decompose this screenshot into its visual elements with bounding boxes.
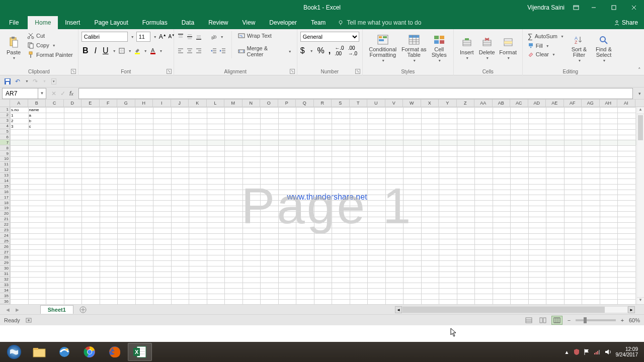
new-sheet-button[interactable]: [77, 305, 89, 314]
excel-taskbar-icon[interactable]: X: [128, 343, 152, 361]
align-right-icon[interactable]: [195, 47, 202, 54]
column-header-N[interactable]: N: [243, 100, 261, 107]
redo-dd[interactable]: ▼: [43, 79, 46, 83]
hscroll-right[interactable]: ►: [628, 306, 635, 313]
paste-button[interactable]: Paste▼: [3, 31, 24, 64]
row-header-7[interactable]: 7: [0, 140, 10, 145]
column-header-U[interactable]: U: [367, 100, 385, 107]
ribbon-display-options-icon[interactable]: [569, 0, 584, 15]
column-header-K[interactable]: K: [189, 100, 207, 107]
bold-button[interactable]: B: [82, 46, 90, 55]
zoom-slider[interactable]: [576, 319, 616, 321]
column-header-G[interactable]: G: [117, 100, 135, 107]
tab-review[interactable]: Review: [201, 16, 235, 29]
hscroll-left[interactable]: ◄: [395, 306, 402, 313]
delete-button[interactable]: Delete▼: [477, 31, 497, 64]
normal-view-button[interactable]: [523, 316, 534, 325]
select-all-cells[interactable]: [0, 100, 10, 107]
row-header-29[interactable]: 29: [0, 260, 10, 266]
column-header-AE[interactable]: AE: [546, 100, 564, 107]
tray-expand-icon[interactable]: ▲: [565, 349, 570, 355]
align-top-icon[interactable]: [177, 33, 184, 40]
column-header-D[interactable]: D: [64, 100, 82, 107]
currency-button[interactable]: $: [300, 46, 305, 55]
tray-flag-icon[interactable]: [584, 348, 590, 355]
enter-formula-icon[interactable]: ✓: [60, 90, 65, 97]
column-header-L[interactable]: L: [207, 100, 225, 107]
cell-B2[interactable]: a: [29, 113, 31, 118]
increase-font-icon[interactable]: A▲: [159, 33, 167, 40]
column-header-Y[interactable]: Y: [439, 100, 457, 107]
column-header-O[interactable]: O: [260, 100, 278, 107]
column-header-AG[interactable]: AG: [582, 100, 600, 107]
formula-input[interactable]: [78, 88, 633, 99]
cell-styles-button[interactable]: Cell Styles▼: [428, 31, 450, 64]
font-name-dd[interactable]: ▼: [131, 35, 134, 39]
tray-volume-icon[interactable]: [605, 349, 612, 355]
column-header-AI[interactable]: AI: [617, 100, 635, 107]
row-header-21[interactable]: 21: [0, 217, 10, 222]
conditional-formatting-button[interactable]: Conditional Formatting▼: [366, 31, 400, 64]
column-header-AC[interactable]: AC: [510, 100, 528, 107]
zoom-out-button[interactable]: −: [566, 317, 573, 323]
cell-A3[interactable]: 2: [11, 119, 13, 123]
row-header-32[interactable]: 32: [0, 277, 10, 283]
percent-button[interactable]: %: [317, 46, 325, 55]
qat-customize[interactable]: ▾: [51, 78, 56, 84]
row-header-16[interactable]: 16: [0, 189, 10, 195]
italic-button[interactable]: I: [92, 46, 100, 55]
column-header-C[interactable]: C: [46, 100, 64, 107]
row-header-33[interactable]: 33: [0, 283, 10, 288]
row-header-2[interactable]: 2: [0, 113, 10, 118]
column-header-AB[interactable]: AB: [493, 100, 511, 107]
copy-button[interactable]: Copy▼: [25, 41, 75, 50]
autosum-button[interactable]: ∑AutoSum▼: [526, 31, 566, 41]
row-header-22[interactable]: 22: [0, 222, 10, 228]
clipboard-dialog-launcher[interactable]: ⤡: [71, 69, 76, 74]
row-header-3[interactable]: 3: [0, 118, 10, 124]
ie-icon[interactable]: [52, 343, 76, 361]
cell-A1[interactable]: s.no: [11, 108, 19, 112]
row-header-13[interactable]: 13: [0, 173, 10, 178]
column-header-J[interactable]: J: [171, 100, 189, 107]
align-middle-icon[interactable]: [186, 33, 193, 40]
tab-view[interactable]: View: [235, 16, 263, 29]
tab-team[interactable]: Team: [304, 16, 333, 29]
column-header-P[interactable]: P: [278, 100, 296, 107]
undo-dd[interactable]: ▼: [25, 79, 29, 83]
column-header-Q[interactable]: Q: [296, 100, 314, 107]
row-header-8[interactable]: 8: [0, 145, 10, 151]
vscroll-thumb[interactable]: [638, 115, 643, 140]
format-as-table-button[interactable]: Format as Table▼: [400, 31, 428, 64]
tab-file[interactable]: File: [0, 16, 28, 29]
column-header-A[interactable]: A: [10, 100, 28, 107]
redo-button[interactable]: ↷: [33, 78, 38, 85]
column-header-S[interactable]: S: [332, 100, 350, 107]
collapse-ribbon-button[interactable]: ˄: [638, 67, 641, 73]
row-header-31[interactable]: 31: [0, 272, 10, 277]
expand-formula-bar[interactable]: ▾: [635, 91, 644, 96]
number-format-select[interactable]: General: [300, 32, 359, 42]
name-box-dropdown[interactable]: ▼: [38, 88, 46, 99]
increase-indent-icon[interactable]: [219, 47, 226, 54]
row-header-26[interactable]: 26: [0, 244, 10, 249]
sheet-nav-next[interactable]: ►: [15, 307, 20, 313]
cell-B1[interactable]: name: [29, 108, 39, 112]
row-header-14[interactable]: 14: [0, 178, 10, 184]
format-painter-button[interactable]: Format Painter: [25, 50, 75, 59]
underline-button[interactable]: U: [102, 46, 110, 55]
row-header-15[interactable]: 15: [0, 184, 10, 189]
find-select-button[interactable]: Find & Select▼: [592, 31, 615, 64]
align-left-icon[interactable]: [177, 47, 184, 54]
close-button[interactable]: [624, 0, 644, 15]
zoom-thumb[interactable]: [584, 317, 587, 323]
page-break-view-button[interactable]: [551, 316, 562, 325]
save-icon[interactable]: [4, 78, 11, 85]
zoom-in-button[interactable]: +: [619, 317, 626, 323]
cut-button[interactable]: Cut: [25, 31, 75, 40]
font-size-input[interactable]: [136, 32, 150, 42]
row-header-23[interactable]: 23: [0, 228, 10, 233]
format-button[interactable]: Format▼: [497, 31, 519, 64]
column-header-Z[interactable]: Z: [457, 100, 475, 107]
column-header-AD[interactable]: AD: [528, 100, 546, 107]
